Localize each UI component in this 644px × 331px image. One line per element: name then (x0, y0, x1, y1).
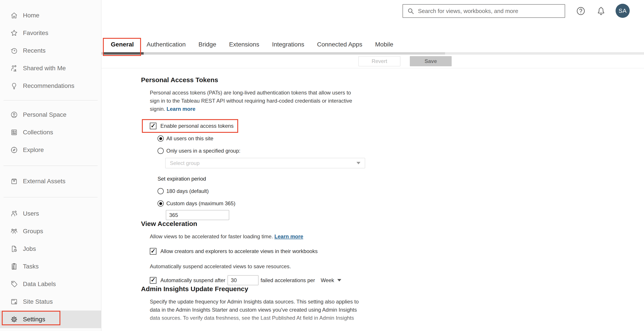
search-box[interactable] (402, 4, 565, 18)
sidebar-item-jobs[interactable]: Jobs (0, 240, 101, 258)
sidebar-item-recommendations[interactable]: Recommendations (0, 77, 101, 95)
sidebar-item-recents[interactable]: Recents (0, 42, 101, 59)
tab-connected-apps[interactable]: Connected Apps (317, 40, 362, 49)
sidebar-item-label: Site Status (23, 298, 53, 305)
chevron-down-icon (356, 162, 360, 164)
sidebar-item-label: Home (23, 12, 40, 19)
tab-authentication[interactable]: Authentication (146, 40, 186, 49)
sidebar-item-settings[interactable]: Settings (0, 311, 101, 328)
sidebar-item-label: Recents (23, 47, 46, 54)
sidebar-item-shared-with-me[interactable]: Shared with Me (0, 59, 101, 77)
enable-pat-checkbox[interactable] (150, 123, 156, 129)
sidebar-item-groups[interactable]: Groups (0, 222, 101, 240)
sidebar-item-explore[interactable]: Explore (0, 141, 101, 159)
person-circle-icon (10, 111, 18, 119)
custom-days-input[interactable] (166, 210, 229, 220)
collections-icon (10, 128, 18, 136)
sidebar-item-label: Collections (23, 129, 53, 136)
sidebar-item-collections[interactable]: Collections (0, 124, 101, 141)
chevron-down-icon (337, 279, 341, 282)
sidebar-item-tasks[interactable]: Tasks (0, 258, 101, 275)
expiration-custom-radio[interactable] (158, 200, 164, 207)
pat-description: Personal access tokens (PATs) are long-l… (150, 88, 359, 113)
enable-pat-row: Enable personal access tokens (150, 123, 644, 129)
group-select-placeholder: Select group (170, 160, 356, 166)
sidebar-item-site-status[interactable]: Site Status (0, 293, 101, 311)
avatar[interactable]: SA (616, 4, 630, 18)
expiration-180-radio[interactable] (158, 188, 164, 194)
document-clock-icon (10, 245, 18, 253)
expiration-period-label: Set expiration period (158, 176, 644, 182)
specified-group-radio[interactable] (158, 148, 164, 154)
tab-bridge[interactable]: Bridge (198, 40, 216, 49)
search-input[interactable] (418, 7, 561, 15)
suspend-count-input[interactable] (228, 275, 258, 285)
sidebar-item-label: Settings (23, 316, 45, 323)
tag-icon (10, 280, 18, 288)
clipboard-icon (10, 263, 18, 271)
va-allow-checkbox[interactable] (150, 248, 156, 255)
va-description: Allow views to be accelerated for faster… (150, 232, 359, 241)
tab-extensions[interactable]: Extensions (229, 40, 259, 49)
tab-mobile[interactable]: Mobile (375, 40, 393, 49)
all-users-label: All users on this site (166, 135, 213, 142)
notifications-button[interactable] (595, 5, 607, 17)
admin-insights-description: Specify the update frequency for Admin I… (150, 298, 368, 322)
va-suspend-row: Automatically suspend after failed accel… (150, 275, 644, 285)
tab-general[interactable]: General (111, 40, 134, 49)
shared-with-me-icon (10, 64, 18, 72)
sidebar-separator (4, 197, 98, 197)
main-panel: SA General Authentication Bridge Extensi… (101, 0, 644, 331)
topbar: SA (101, 0, 644, 37)
bell-icon (596, 6, 606, 16)
sidebar-item-label: Groups (23, 228, 43, 235)
settings-content: Personal Access Tokens Personal access t… (101, 68, 644, 322)
archive-box-icon (10, 177, 18, 185)
gear-icon (10, 315, 18, 323)
section-title-view-acceleration: View Acceleration (141, 220, 644, 228)
va-allow-row: Allow creators and explorers to accelera… (150, 248, 644, 255)
sidebar-item-external-assets[interactable]: External Assets (0, 172, 101, 190)
all-users-radio[interactable] (158, 135, 164, 142)
lightbulb-icon (10, 82, 18, 90)
sidebar-separator (4, 166, 98, 166)
pat-learn-more-link[interactable]: Learn more (166, 106, 196, 112)
users-icon (10, 210, 18, 218)
expiration-custom-label: Custom days (maximum 365) (166, 200, 235, 207)
expiration-custom-row: Custom days (maximum 365) (158, 200, 644, 207)
star-icon (10, 29, 18, 37)
sidebar-item-label: Shared with Me (23, 65, 66, 72)
va-suspend-note: Automatically suspend accelerated views … (150, 263, 644, 270)
va-learn-more-link[interactable]: Learn more (274, 233, 304, 239)
va-description-text: Allow views to be accelerated for faster… (150, 233, 273, 239)
sidebar-item-users[interactable]: Users (0, 205, 101, 222)
period-dropdown[interactable]: Week (321, 277, 341, 284)
pat-all-users-row: All users on this site (158, 135, 644, 142)
sidebar-item-label: Recommendations (23, 82, 74, 89)
specified-group-label: Only users in a specified group: (166, 148, 240, 154)
sidebar-item-label: Users (23, 210, 39, 217)
settings-tabs: General Authentication Bridge Extensions… (101, 37, 644, 52)
sidebar-item-label: Data Labels (23, 281, 56, 288)
sidebar-item-personal-space[interactable]: Personal Space (0, 106, 101, 124)
save-button[interactable]: Save (410, 56, 452, 66)
groups-icon (10, 227, 18, 235)
va-suspend-checkbox[interactable] (150, 277, 156, 284)
sidebar-item-label: External Assets (23, 178, 66, 185)
sidebar-item-label: Jobs (23, 245, 36, 252)
enable-pat-label: Enable personal access tokens (160, 123, 234, 129)
group-select[interactable]: Select group (165, 158, 365, 168)
help-icon (576, 6, 586, 16)
sidebar-item-data-labels[interactable]: Data Labels (0, 275, 101, 293)
help-button[interactable] (575, 5, 586, 17)
sidebar: Home Favorites Recents Shared with Me Re… (0, 0, 101, 331)
tab-integrations[interactable]: Integrations (272, 40, 304, 49)
sidebar-item-favorites[interactable]: Favorites (0, 24, 101, 42)
pat-specified-group-row: Only users in a specified group: (158, 148, 644, 154)
sidebar-item-home[interactable]: Home (0, 6, 101, 24)
section-title-personal-access-tokens: Personal Access Tokens (141, 76, 644, 84)
search-icon (407, 7, 414, 15)
home-icon (10, 11, 18, 19)
site-status-icon (10, 298, 18, 306)
revert-button[interactable]: Revert (358, 56, 400, 66)
